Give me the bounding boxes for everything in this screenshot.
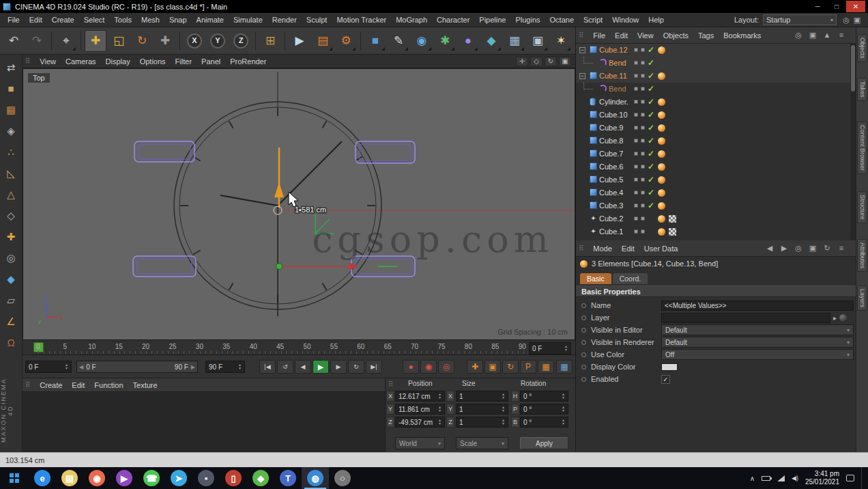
name-input[interactable]: <<Multiple Values>> xyxy=(661,301,854,311)
play-backward-button[interactable]: ↺ xyxy=(277,360,293,374)
maximize-button[interactable]: □ xyxy=(827,1,846,12)
menu-motion-tracker[interactable]: Motion Tracker xyxy=(332,14,391,26)
editor-visibility-dot[interactable] xyxy=(634,74,638,78)
next-frame-button[interactable]: ▶ xyxy=(330,360,347,374)
expander-toggle[interactable]: − xyxy=(579,73,585,79)
enabled-checkbox[interactable]: ✓ xyxy=(661,375,670,384)
size-x-field[interactable]: 1▲▼ xyxy=(456,391,508,402)
taskbar-app-reader-app[interactable]: ▯ xyxy=(220,467,247,489)
editor-visibility-dot[interactable] xyxy=(634,48,638,52)
enabled-check-icon[interactable]: ✓ xyxy=(648,110,654,120)
renderer-visibility-dot[interactable] xyxy=(641,48,645,52)
record-keyframe-button[interactable]: ● xyxy=(403,360,419,374)
action-center-icon[interactable] xyxy=(846,475,854,481)
slider-right-arrow-icon[interactable]: ▶ xyxy=(191,364,195,370)
material-list-area[interactable] xyxy=(23,392,385,452)
size-z-field[interactable]: 1▲▼ xyxy=(456,417,508,428)
taskbar-app-green-app[interactable]: ◆ xyxy=(247,467,274,489)
menu-render[interactable]: Render xyxy=(267,14,302,26)
animation-dot-icon[interactable] xyxy=(581,303,586,308)
render-settings-button[interactable]: ⚙ xyxy=(335,30,357,52)
move-tool-button[interactable]: ✚ xyxy=(85,30,106,52)
loop-button[interactable]: ↻ xyxy=(348,360,364,374)
search-icon[interactable]: ◎ xyxy=(793,31,804,40)
menu-create[interactable]: Create xyxy=(47,14,79,26)
viewport-menu-panel[interactable]: Panel xyxy=(197,55,225,68)
key-parameter-button[interactable]: P xyxy=(520,360,536,374)
taskbar-app-media-app[interactable]: ▶ xyxy=(111,467,138,489)
material-menu-edit[interactable]: Edit xyxy=(67,379,89,391)
animation-dot-icon[interactable] xyxy=(581,377,586,382)
goto-start-button[interactable]: |◀ xyxy=(259,360,276,374)
stepper-icon[interactable]: ▲▼ xyxy=(438,419,442,425)
magnet-button[interactable]: Ω xyxy=(2,333,20,352)
prev-frame-button[interactable]: ◀ xyxy=(295,360,311,374)
texture-mode-button[interactable]: ▦ xyxy=(2,100,20,119)
menu-mesh[interactable]: Mesh xyxy=(136,14,164,26)
viewport-menu-filter[interactable]: Filter xyxy=(171,55,197,68)
stepper-icon[interactable]: ▲▼ xyxy=(562,419,565,425)
phong-tag-icon[interactable] xyxy=(658,150,665,158)
current-frame-field[interactable]: 0 F ▲▼ xyxy=(25,361,72,373)
slider-left-arrow-icon[interactable]: ◀ xyxy=(79,364,83,370)
render-picture-viewer-button[interactable]: ▤ xyxy=(312,30,334,52)
om-menu-view[interactable]: View xyxy=(633,29,659,42)
add-generator-button[interactable]: ◉ xyxy=(411,30,433,52)
taskbar-app-file-explorer[interactable]: ▤ xyxy=(56,467,83,489)
battery-icon[interactable] xyxy=(762,476,770,481)
stepper-icon[interactable]: ▲▼ xyxy=(502,419,505,425)
renderer-visibility-dot[interactable] xyxy=(641,113,645,117)
lock-icon[interactable]: ▣ xyxy=(807,31,818,40)
menu-simulate[interactable]: Simulate xyxy=(229,14,267,26)
om-menu-objects[interactable]: Objects xyxy=(659,29,693,42)
object-row-cube-3[interactable]: Cube.3✓ xyxy=(576,199,851,212)
editor-visibility-dot[interactable] xyxy=(634,139,638,143)
material-menu-texture[interactable]: Texture xyxy=(128,379,162,391)
scroll-up-icon[interactable]: ▲ xyxy=(822,31,833,40)
phong-tag-icon[interactable] xyxy=(658,202,665,210)
position-z-field[interactable]: -49.537 cm▲▼ xyxy=(395,417,445,428)
phong-tag-icon[interactable] xyxy=(658,111,665,119)
object-row-cube-7[interactable]: Cube.7✓ xyxy=(576,148,851,160)
layout-select[interactable]: Startup ▾ xyxy=(763,14,837,25)
menu-snap[interactable]: Snap xyxy=(164,14,192,26)
renderer-visibility-dot[interactable] xyxy=(641,229,645,234)
search-icon[interactable]: ◎ xyxy=(841,16,852,25)
editor-visibility-dot[interactable] xyxy=(634,229,638,234)
display-color-swatch[interactable] xyxy=(661,363,678,371)
timeline-options-button[interactable]: ▦ xyxy=(556,360,573,374)
editor-visibility-dot[interactable] xyxy=(634,87,638,91)
editor-visibility-dot[interactable] xyxy=(634,100,638,104)
editor-visibility-dot[interactable] xyxy=(634,61,638,65)
om-menu-edit[interactable]: Edit xyxy=(610,29,633,42)
history-back-icon[interactable]: ◀ xyxy=(764,244,775,253)
layer-expand-icon[interactable]: ▸ xyxy=(833,314,837,322)
minimize-button[interactable]: ─ xyxy=(808,1,827,12)
object-row-cube-9[interactable]: Cube.9✓ xyxy=(576,122,851,135)
visible-in-renderer-select[interactable]: Default▾ xyxy=(661,337,854,348)
lock-x-button[interactable]: X xyxy=(184,30,205,52)
viewport-menu-cameras[interactable]: Cameras xyxy=(61,55,101,68)
end-frame-field[interactable]: 90 F ▲▼ xyxy=(205,361,245,373)
object-row-cube-12[interactable]: −Cube.12✓ xyxy=(576,44,851,57)
panel-grip-icon[interactable]: ⠿ xyxy=(579,31,583,39)
viewport-menu-display[interactable]: Display xyxy=(101,55,135,68)
panel-grip-icon[interactable]: ⠿ xyxy=(579,244,583,252)
enabled-check-icon[interactable]: ✓ xyxy=(648,84,654,94)
renderer-visibility-dot[interactable] xyxy=(641,216,645,221)
wireframe-box-top-left[interactable] xyxy=(134,141,194,162)
attr-menu-mode[interactable]: Mode xyxy=(588,242,617,255)
renderer-visibility-dot[interactable] xyxy=(641,191,645,195)
enabled-check-icon[interactable]: ✓ xyxy=(648,71,654,81)
add-mograph-button[interactable]: ✱ xyxy=(434,30,456,52)
volume-icon[interactable]: ◀) xyxy=(792,475,798,481)
viewport-menu-options[interactable]: Options xyxy=(135,55,171,68)
menu-octane[interactable]: Octane xyxy=(545,14,579,26)
phong-tag-icon[interactable] xyxy=(658,228,665,236)
key-scale-button[interactable]: ▣ xyxy=(484,360,501,374)
stepper-icon[interactable]: ▲▼ xyxy=(65,363,68,370)
menu-window[interactable]: Window xyxy=(607,14,643,26)
viewport-menu-prorender[interactable]: ProRender xyxy=(225,55,271,68)
enabled-check-icon[interactable]: ✓ xyxy=(648,188,654,197)
menu-file[interactable]: File xyxy=(3,14,25,26)
